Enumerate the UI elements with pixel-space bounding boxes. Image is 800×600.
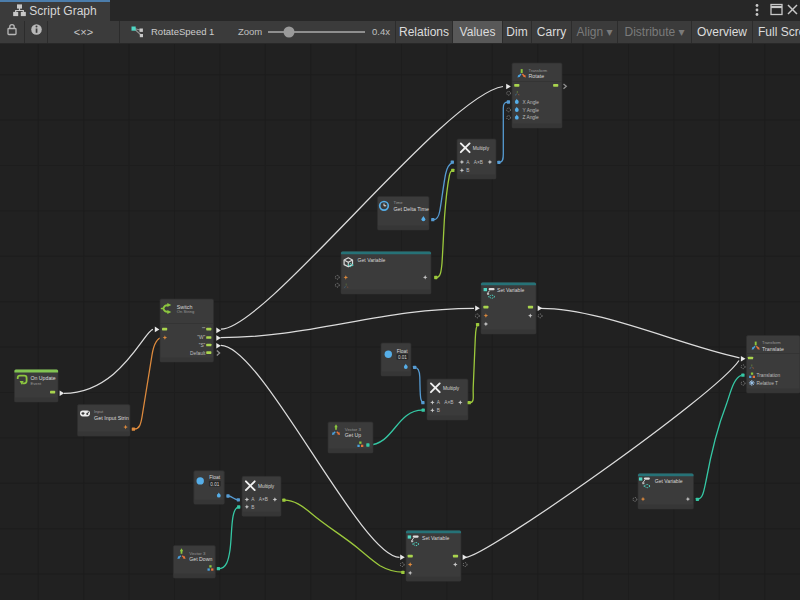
svg-text:"": ""	[202, 327, 206, 332]
svg-text:Vector 3: Vector 3	[189, 551, 206, 556]
svg-text:B: B	[437, 408, 440, 413]
svg-text:On Update: On Update	[31, 375, 56, 381]
svg-text:"W": "W"	[197, 335, 205, 340]
svg-text:Input: Input	[94, 409, 104, 414]
svg-text:Default: Default	[190, 351, 206, 356]
svg-text:Rotate: Rotate	[529, 73, 545, 79]
svg-text:Get Input Strin: Get Input Strin	[94, 415, 129, 421]
svg-text:Get Delta Time: Get Delta Time	[394, 206, 429, 212]
svg-text:Translate: Translate	[762, 346, 784, 352]
svg-text:Y Angle: Y Angle	[523, 108, 540, 113]
svg-text:A×B: A×B	[259, 497, 268, 502]
svg-text:0.01: 0.01	[398, 355, 407, 360]
svg-text:Get Down: Get Down	[189, 556, 212, 562]
svg-text:0.01: 0.01	[210, 482, 219, 487]
svg-text:Transform: Transform	[529, 68, 548, 73]
svg-text:Event: Event	[31, 381, 42, 386]
svg-text:Relative T: Relative T	[757, 381, 779, 386]
svg-text:Transform: Transform	[762, 340, 781, 345]
svg-text:B: B	[251, 505, 254, 510]
svg-text:Multiply: Multiply	[443, 386, 460, 391]
svg-text:Float: Float	[397, 349, 409, 354]
svg-text:"S": "S"	[199, 343, 206, 348]
svg-text:On String: On String	[177, 309, 195, 314]
svg-text:A×B: A×B	[444, 400, 453, 405]
svg-text:Multiply: Multiply	[258, 484, 275, 489]
svg-text:Z Angle: Z Angle	[523, 115, 540, 120]
svg-text:Get Up: Get Up	[345, 432, 362, 438]
svg-text:Multiply: Multiply	[473, 146, 490, 151]
svg-text:Set Variable: Set Variable	[422, 535, 450, 541]
svg-text:Float: Float	[209, 475, 221, 480]
svg-text:Get Variable: Get Variable	[655, 478, 683, 484]
svg-text:Set Variable: Set Variable	[497, 287, 525, 293]
svg-text:A×B: A×B	[474, 160, 483, 165]
svg-text:B: B	[466, 168, 469, 173]
svg-text:Time: Time	[394, 200, 404, 205]
svg-text:Translation: Translation	[757, 373, 781, 378]
svg-text:Get Variable: Get Variable	[358, 257, 386, 263]
svg-text:X Angle: X Angle	[523, 100, 540, 105]
